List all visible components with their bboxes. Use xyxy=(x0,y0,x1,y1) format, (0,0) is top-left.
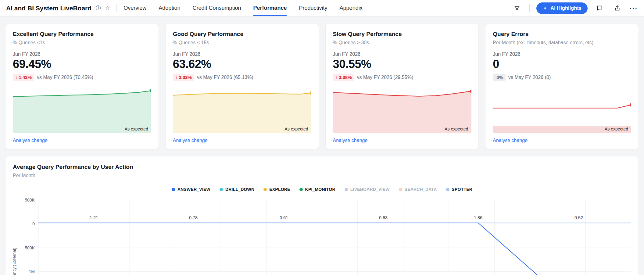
svg-text:0.63: 0.63 xyxy=(379,215,388,220)
share-icon xyxy=(614,5,621,11)
legend-dot xyxy=(299,188,303,191)
kpi-card-query-errors: Query Errors Per Month (exl. timeouts, d… xyxy=(485,24,639,149)
kpi-value: 0 xyxy=(493,58,631,71)
legend-dot xyxy=(263,188,267,191)
kpi-value: 69.45% xyxy=(13,58,151,71)
more-options-button[interactable]: ⋯ xyxy=(629,5,638,11)
legend-label: EXPLORE xyxy=(269,187,290,192)
kpi-period: Jun FY 2026 xyxy=(173,52,311,57)
kpi-value: 63.62% xyxy=(173,58,311,71)
legend-dot xyxy=(399,188,402,191)
svg-text:Query Latency (External): Query Latency (External) xyxy=(13,248,17,275)
ai-highlights-label: AI Highlights xyxy=(550,5,581,11)
kpi-subtitle: Per Month (exl. timeouts, database error… xyxy=(493,40,631,46)
change-badge: ↓2.33% xyxy=(173,74,194,81)
change-pct: 0% xyxy=(496,75,503,80)
change-comparison: vs May FY 2026 (0) xyxy=(508,75,551,80)
svg-text:-500K: -500K xyxy=(23,245,35,250)
kpi-change-row: ↓1.42% vs May FY 2026 (70.45%) xyxy=(13,74,151,81)
kpi-sparkline: As expected xyxy=(173,88,311,133)
as-expected-label: As expected xyxy=(125,127,148,131)
kpi-card-slow-query-performance: Slow Query Performance % Queries > 30s J… xyxy=(325,24,479,149)
kpi-value: 30.55% xyxy=(333,58,471,71)
chart-subtitle: Per Month xyxy=(13,173,631,178)
share-button[interactable] xyxy=(611,2,623,14)
svg-text:1.86: 1.86 xyxy=(474,215,482,220)
comment-icon xyxy=(596,5,603,11)
legend-item-kpi_monitor[interactable]: KPI_MONITOR xyxy=(299,187,335,192)
legend-item-drill_down[interactable]: DRILL_DOWN xyxy=(220,187,254,192)
tab-overview[interactable]: Overview xyxy=(123,0,146,16)
legend-item-liveboard_view[interactable]: LIVEBOARD_VIEW xyxy=(345,187,390,192)
analyse-change-link[interactable]: Analyse change xyxy=(493,138,528,143)
as-expected-label: As expected xyxy=(605,127,628,131)
analyse-change-link[interactable]: Analyse change xyxy=(13,138,48,143)
kpi-change-row: ↑3.38% vs May FY 2026 (29.55%) xyxy=(333,74,471,81)
change-comparison: vs May FY 2026 (70.45%) xyxy=(37,75,93,80)
kpi-title: Query Errors xyxy=(493,31,631,38)
divider xyxy=(529,4,530,12)
tab-performance[interactable]: Performance xyxy=(253,0,287,16)
legend-dot xyxy=(220,188,223,191)
tab-credit-consumption[interactable]: Credit Consumption xyxy=(192,0,241,16)
change-arrow-icon: ↓ xyxy=(15,75,18,80)
kpi-period: Jun FY 2026 xyxy=(493,52,631,57)
kpi-subtitle: % Queries <1s xyxy=(13,40,151,46)
kpi-subtitle: % Queries > 30s xyxy=(333,40,471,46)
change-pct: 1.42% xyxy=(19,75,32,80)
tab-adoption[interactable]: Adoption xyxy=(159,0,180,16)
legend-label: LIVEBOARD_VIEW xyxy=(350,187,390,192)
filter-icon xyxy=(514,5,520,11)
change-pct: 2.33% xyxy=(179,75,192,80)
tab-appendix[interactable]: Appendix xyxy=(340,0,363,16)
change-arrow-icon: ↑ xyxy=(335,75,338,80)
liveboard-body: Excellent Query Performance % Queries <1… xyxy=(0,16,644,275)
change-pct: 3.38% xyxy=(339,75,352,80)
chart-legend: ANSWER_VIEWDRILL_DOWNEXPLOREKPI_MONITORL… xyxy=(13,187,631,192)
kpi-sparkline: As expected xyxy=(13,88,151,133)
kpi-card-good-query-performance: Good Query Performance % Queries < 15s J… xyxy=(165,24,319,149)
legend-dot xyxy=(172,188,175,191)
legend-item-explore[interactable]: EXPLORE xyxy=(263,187,290,192)
legend-label: KPI_MONITOR xyxy=(305,187,335,192)
kpi-period: Jun FY 2026 xyxy=(13,52,151,57)
svg-text:1.21: 1.21 xyxy=(90,215,98,220)
legend-item-search_data[interactable]: SEARCH_DATA xyxy=(399,187,437,192)
star-icon[interactable]: ☆ xyxy=(105,5,110,11)
kpi-sparkline: As expected xyxy=(493,88,631,133)
svg-text:0.78: 0.78 xyxy=(189,215,198,220)
as-expected-label: As expected xyxy=(445,127,468,131)
info-icon[interactable]: ⓘ xyxy=(96,5,101,12)
analyse-change-link[interactable]: Analyse change xyxy=(333,138,368,143)
chart-title: Average Query Performance by User Action xyxy=(13,164,631,170)
legend-item-answer_view[interactable]: ANSWER_VIEW xyxy=(172,187,210,192)
legend-label: SEARCH_DATA xyxy=(405,187,437,192)
query-latency-chart-svg: 500K0-500K-1M1.210.780.610.631.860.52Que… xyxy=(13,197,631,275)
ai-highlights-button[interactable]: AI Highlights xyxy=(536,2,588,14)
legend-label: ANSWER_VIEW xyxy=(177,187,210,192)
svg-text:500K: 500K xyxy=(25,198,35,202)
kpi-period: Jun FY 2026 xyxy=(333,52,471,57)
kpi-title: Good Query Performance xyxy=(173,31,311,38)
comments-button[interactable] xyxy=(594,2,605,14)
average-query-performance-card: Average Query Performance by User Action… xyxy=(5,156,639,275)
sparkle-icon xyxy=(542,5,548,11)
kpi-change-row: 0% vs May FY 2026 (0) xyxy=(493,74,631,81)
as-expected-label: As expected xyxy=(284,127,308,131)
topbar-actions: AI Highlights ⋯ xyxy=(511,2,638,14)
liveboard-title: AI and BI System LiveBoard xyxy=(6,5,91,12)
change-comparison: vs May FY 2026 (65.13%) xyxy=(197,75,253,80)
legend-item-spotter[interactable]: SPOTTER xyxy=(446,187,473,192)
legend-dot xyxy=(345,188,348,191)
kpi-row: Excellent Query Performance % Queries <1… xyxy=(5,24,639,149)
tab-productivity[interactable]: Productivity xyxy=(299,0,327,16)
change-badge: ↓1.42% xyxy=(13,74,34,81)
kpi-subtitle: % Queries < 15s xyxy=(173,40,311,46)
change-arrow-icon: ↓ xyxy=(175,75,178,80)
analyse-change-link[interactable]: Analyse change xyxy=(173,138,208,143)
legend-label: DRILL_DOWN xyxy=(225,187,254,192)
kpi-sparkline: As expected xyxy=(333,88,471,133)
tab-bar: Overview Adoption Credit Consumption Per… xyxy=(123,0,362,16)
filter-button[interactable] xyxy=(511,2,523,14)
kpi-change-row: ↓2.33% vs May FY 2026 (65.13%) xyxy=(173,74,311,81)
